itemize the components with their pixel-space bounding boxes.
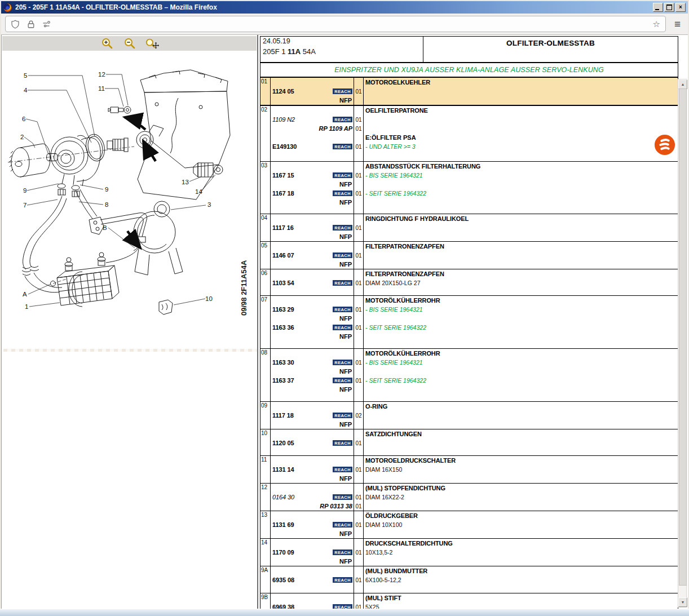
table-row: 081163 30REACHNFP1163 37REACHNFP0101MOTO… — [260, 349, 678, 402]
reach-badge[interactable]: REACH — [333, 522, 352, 528]
part-number[interactable]: 1167 18 — [272, 190, 294, 197]
table-row: 141170 09REACHNFP01DRUCKSCHALTERDICHTUNG… — [260, 539, 678, 566]
part-number[interactable]: 1131 69 — [272, 521, 294, 528]
part-line: NFP — [271, 232, 354, 241]
part-number[interactable]: 0164 30 — [272, 494, 294, 500]
zoom-pan-icon[interactable] — [145, 37, 159, 50]
reach-badge[interactable]: REACH — [333, 144, 352, 150]
maximize-button[interactable] — [664, 3, 674, 12]
minimize-button[interactable] — [653, 3, 663, 12]
reach-badge[interactable]: REACH — [333, 280, 352, 286]
reach-badge[interactable]: REACH — [333, 117, 352, 123]
scrollbar-thumb[interactable] — [679, 88, 687, 586]
vertical-scrollbar[interactable]: ▲ ▼ — [678, 79, 687, 608]
quantity-line — [354, 367, 363, 376]
shield-icon[interactable] — [11, 20, 20, 29]
reach-badge[interactable]: REACH — [333, 360, 352, 366]
table-row: 061103 54REACH01FILTERPATRONENZAPFENDIAM… — [260, 269, 678, 296]
reach-badge[interactable]: REACH — [333, 325, 352, 331]
quantity-line: 01 — [354, 142, 363, 151]
part-number[interactable]: 1117 18 — [272, 412, 294, 419]
part-cell: 1131 69REACHNFP — [271, 511, 354, 538]
scroll-down-icon[interactable]: ▼ — [678, 597, 687, 607]
part-line — [271, 162, 354, 171]
reach-badge[interactable]: REACH — [333, 494, 352, 500]
part-number[interactable]: 6935 08 — [272, 577, 294, 583]
part-number[interactable]: 1124 05 — [272, 88, 294, 95]
close-button[interactable]: × — [675, 3, 686, 12]
scroll-up-icon[interactable]: ▲ — [678, 79, 687, 89]
part-number[interactable]: E149130 — [272, 143, 297, 150]
part-number[interactable]: 1103 54 — [272, 280, 294, 286]
nfp-flag: NFP — [339, 421, 352, 428]
reach-badge[interactable]: REACH — [333, 413, 352, 419]
part-note: - BIS SERIE 1964321 — [365, 306, 423, 313]
zoom-in-icon[interactable] — [100, 37, 114, 50]
header-left-cell: 24.05.19 205F 1 11A 54A — [260, 37, 423, 62]
description-line: DIAM 16X150 — [364, 465, 678, 474]
part-number[interactable]: 1163 36 — [272, 324, 294, 331]
part-cell: 1109 N2REACHRP 1109 APE149130REACH — [271, 106, 354, 161]
part-line: NFP — [271, 529, 354, 538]
reach-badge[interactable]: REACH — [333, 252, 352, 259]
part-number[interactable]: 1131 14 — [272, 466, 294, 473]
reach-badge[interactable]: REACH — [333, 440, 352, 446]
quantity-line: 01 — [354, 376, 363, 385]
part-number[interactable]: 1109 N2 — [272, 116, 295, 123]
part-cell: 1167 15REACHNFP1167 18REACHNFP — [271, 162, 354, 214]
part-number[interactable]: 1163 37 — [272, 377, 294, 384]
quantity-line — [354, 314, 363, 323]
part-cell: 1103 54REACH — [271, 269, 354, 295]
quantity-line — [354, 242, 363, 251]
description-line — [364, 502, 678, 511]
part-number[interactable]: 1163 30 — [272, 359, 294, 366]
url-bar[interactable]: ☆ — [5, 16, 666, 32]
reach-badge[interactable]: REACH — [333, 467, 352, 473]
diagram-label: 8 — [105, 201, 108, 208]
part-number[interactable]: 1120 05 — [272, 440, 294, 446]
description-line: FILTERPATRONENZAPFEN — [364, 269, 678, 278]
part-description: MOTOROELDRUCKSCHALTER — [365, 457, 456, 464]
reach-badge[interactable]: REACH — [333, 378, 352, 384]
reach-badge[interactable]: REACH — [333, 577, 352, 583]
quantity-cell: 0101 — [354, 162, 364, 214]
url-input[interactable] — [58, 18, 646, 30]
description-line: 10X13,5-2 — [364, 548, 678, 557]
replacement-part-number[interactable]: RP 0313 38 — [320, 503, 352, 509]
zoom-out-icon[interactable] — [123, 37, 136, 50]
part-number[interactable]: 1146 07 — [272, 252, 294, 259]
reach-badge[interactable]: REACH — [333, 225, 352, 231]
quantity-cell: 01 — [354, 511, 364, 538]
header-right-cell: OLFILTER-OLMESSTAB — [423, 37, 678, 62]
description-line — [364, 180, 678, 189]
code-main: 11A — [288, 47, 301, 56]
menu-icon[interactable]: ≡ — [671, 19, 684, 29]
bookmark-star-icon[interactable]: ☆ — [652, 19, 660, 29]
reach-badge[interactable]: REACH — [333, 549, 352, 556]
replacement-part-number[interactable]: RP 1109 AP — [319, 125, 352, 132]
part-number[interactable]: 1170 09 — [272, 549, 294, 556]
reach-badge[interactable]: REACH — [333, 172, 352, 179]
quantity-line — [354, 529, 363, 538]
description-cell: MOTORÖLKÜHLERROHR- BIS SERIE 1964321- SE… — [364, 296, 678, 348]
part-line: NFP — [271, 474, 354, 483]
page-title: OLFILTER-OLMESSTAB — [506, 39, 595, 47]
description-line — [364, 438, 678, 447]
part-number[interactable]: 1167 15 — [272, 172, 294, 179]
permissions-icon[interactable] — [42, 20, 51, 29]
quantity-value: 01 — [355, 494, 361, 500]
parts-table: 24.05.19 205F 1 11A 54A OLFILTER-OLMESST… — [260, 36, 678, 616]
part-line: 1163 36REACH — [271, 323, 354, 332]
part-number[interactable]: 1117 16 — [272, 224, 294, 231]
position-cell: 07 — [260, 296, 271, 348]
lock-icon[interactable] — [26, 20, 36, 29]
nfp-flag: NFP — [339, 181, 352, 188]
part-number[interactable]: 1163 29 — [272, 306, 294, 313]
description-line — [364, 115, 678, 124]
reach-badge[interactable]: REACH — [333, 307, 352, 313]
position-number: 09 — [260, 402, 270, 409]
part-note: - SEIT SERIE 1964322 — [365, 377, 426, 384]
description-cell: MOTOROELKUEHLER — [364, 78, 678, 105]
reach-badge[interactable]: REACH — [333, 88, 352, 95]
reach-badge[interactable]: REACH — [333, 190, 352, 197]
